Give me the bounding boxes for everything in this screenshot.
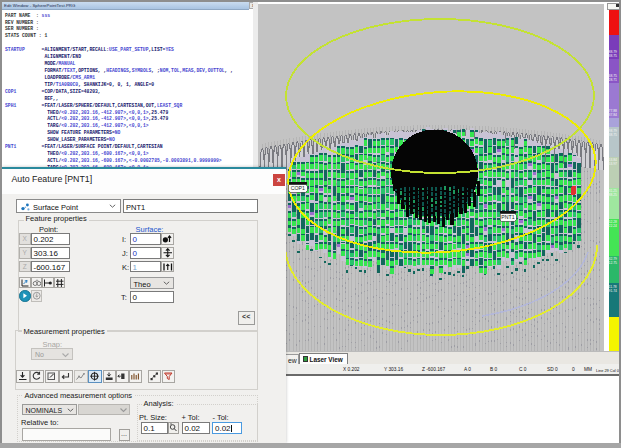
svg-text:COP1: COP1 <box>291 185 305 191</box>
svg-text:PNT1: PNT1 <box>501 214 514 220</box>
